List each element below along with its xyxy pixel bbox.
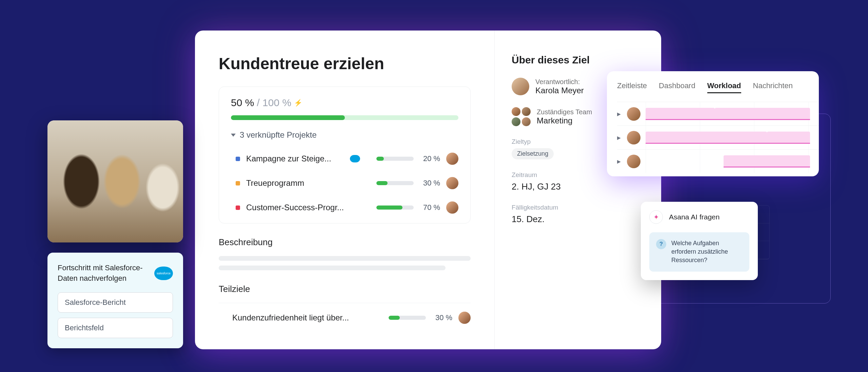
subgoal-progress-bar <box>389 316 426 320</box>
workload-track <box>646 150 819 173</box>
progress-card: 50 % / 100 % ⚡ 3 verknüpfte Projekte Kam… <box>219 86 471 223</box>
project-name: Customer-Success-Progr... <box>246 203 344 212</box>
workload-track <box>646 126 819 149</box>
subgoal-name: Kundenzufriedenheit liegt über... <box>232 313 382 322</box>
project-progress-bar <box>376 181 414 185</box>
subgoal-row[interactable]: Kundenzufriedenheit liegt über... 30 % <box>219 303 471 332</box>
progress-heading: 50 % / 100 % ⚡ <box>231 97 458 109</box>
workload-row[interactable]: ▶ <box>617 149 819 173</box>
salesforce-card: Fortschritt mit Salesforce-Daten nachver… <box>47 253 183 348</box>
goal-panel: Kundentreue erzielen 50 % / 100 % ⚡ 3 ve… <box>195 31 661 349</box>
salesforce-report-input[interactable]: Salesforce-Bericht <box>58 292 173 313</box>
assignee-avatar <box>446 201 458 214</box>
subgoals-heading: Teilziele <box>219 284 471 294</box>
workload-bar <box>724 155 810 168</box>
expand-icon[interactable]: ▶ <box>617 135 622 140</box>
question-icon: ? <box>656 239 666 249</box>
assignee-avatar <box>446 153 458 165</box>
progress-value: 50 % <box>231 97 254 109</box>
owner-name: Karola Meyer <box>535 86 584 95</box>
subgoal-percent: 30 % <box>432 313 452 322</box>
progress-bar <box>231 115 458 120</box>
description-placeholder <box>219 266 446 270</box>
due-value: 15. Dez. <box>512 214 637 224</box>
workload-bar <box>646 108 715 120</box>
workload-row[interactable]: ▶ <box>617 102 819 125</box>
ai-question-text: Welche Aufgaben erfordern zusätzliche Re… <box>671 239 743 265</box>
progress-fill <box>231 115 345 120</box>
team-name: Marketing <box>537 116 592 125</box>
workload-bar <box>767 132 810 144</box>
project-percent: 70 % <box>420 203 440 212</box>
tab-zeitleiste[interactable]: Zeitleiste <box>617 81 647 93</box>
workload-bar <box>646 132 767 144</box>
meeting-photo <box>47 120 183 242</box>
team-label: Zuständiges Team <box>537 108 592 116</box>
tab-workload[interactable]: Workload <box>707 81 741 93</box>
project-percent: 20 % <box>420 154 440 163</box>
ai-title[interactable]: Asana AI fragen <box>669 213 719 221</box>
workload-tabs: ZeitleisteDashboardWorkloadNachrichten <box>617 81 819 93</box>
project-progress-bar <box>376 205 414 210</box>
expand-icon[interactable]: ▶ <box>617 111 622 117</box>
project-name: Treueprogramm <box>246 178 344 188</box>
salesforce-icon: salesforce <box>154 267 173 280</box>
progress-total: / 100 % <box>257 97 291 109</box>
caret-down-icon <box>231 134 236 137</box>
period-value: 2. HJ, GJ 23 <box>512 181 637 192</box>
workload-track <box>646 102 819 125</box>
expand-icon[interactable]: ▶ <box>617 159 622 164</box>
owner-avatar <box>512 78 529 95</box>
project-name: Kampagne zur Steige... <box>246 154 344 163</box>
about-heading: Über dieses Ziel <box>512 54 637 66</box>
project-color-icon <box>236 181 240 185</box>
lightning-icon: ⚡ <box>294 99 302 107</box>
goal-type-value: Zielsetzung <box>512 148 554 159</box>
ai-suggestion[interactable]: ? Welche Aufgaben erfordern zusätzliche … <box>649 232 749 272</box>
project-row[interactable]: Kampagne zur Steige... 20 % <box>231 146 458 171</box>
project-color-icon <box>236 157 240 161</box>
tab-dashboard[interactable]: Dashboard <box>659 81 695 93</box>
goal-title: Kundentreue erzielen <box>219 54 471 73</box>
tab-nachrichten[interactable]: Nachrichten <box>753 81 793 93</box>
project-row[interactable]: Treueprogramm 30 % <box>231 171 458 195</box>
user-avatar <box>627 131 640 144</box>
user-avatar <box>627 155 640 168</box>
project-row[interactable]: Customer-Success-Progr... 70 % <box>231 195 458 220</box>
project-progress-bar <box>376 157 414 161</box>
linked-projects-label: 3 verknüpfte Projekte <box>240 130 317 140</box>
project-color-icon <box>236 205 240 210</box>
salesforce-icon <box>350 155 360 162</box>
workload-row[interactable]: ▶ <box>617 125 819 149</box>
user-avatar <box>627 107 640 121</box>
salesforce-field-input[interactable]: Berichtsfeld <box>58 318 173 338</box>
project-percent: 30 % <box>420 179 440 188</box>
team-avatars <box>512 107 531 126</box>
assignee-avatar <box>446 177 458 189</box>
due-label: Fälligkeitsdatum <box>512 204 637 211</box>
description-placeholder <box>219 256 471 261</box>
workload-bar <box>715 108 810 120</box>
ai-card: ✦ Asana AI fragen ? Welche Aufgaben erfo… <box>641 202 758 280</box>
salesforce-title: Fortschritt mit Salesforce-Daten nachver… <box>58 263 147 284</box>
description-heading: Beschreibung <box>219 237 471 248</box>
sparkle-icon: ✦ <box>649 210 663 224</box>
workload-panel: ZeitleisteDashboardWorkloadNachrichten ▶… <box>607 71 819 176</box>
owner-label: Verantwortlich: <box>535 78 584 86</box>
linked-projects-toggle[interactable]: 3 verknüpfte Projekte <box>231 130 458 140</box>
assignee-avatar <box>458 312 471 324</box>
